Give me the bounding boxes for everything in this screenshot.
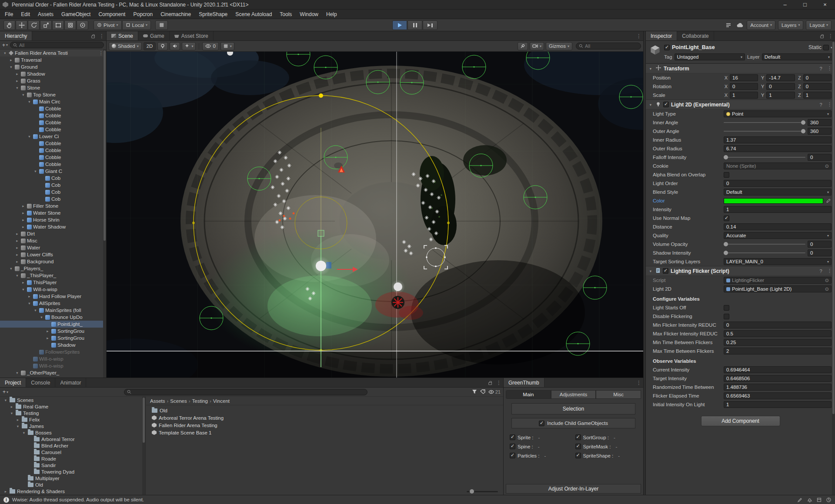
hierarchy-item[interactable]: ▾ Bounce UpDo bbox=[0, 314, 106, 321]
expand-arrow[interactable]: ▸ bbox=[15, 72, 20, 76]
menu-item[interactable]: Window bbox=[296, 10, 322, 19]
expand-arrow[interactable]: ▾ bbox=[33, 308, 38, 312]
shadow-intensity-field[interactable]: 0 bbox=[808, 249, 832, 256]
target-sorting-layers-dropdown[interactable]: LAYER_MAIN_0▾ bbox=[724, 258, 832, 265]
hierarchy-item[interactable]: Cobble bbox=[0, 154, 106, 161]
help-icon[interactable]: ? bbox=[818, 269, 824, 274]
hierarchy-item[interactable]: Cob bbox=[0, 189, 106, 196]
project-tab[interactable]: Project bbox=[0, 378, 26, 387]
menu-item[interactable]: Assets bbox=[34, 10, 57, 19]
expand-arrow[interactable]: ▸ bbox=[9, 58, 13, 62]
hierarchy-item[interactable]: Cob bbox=[0, 182, 106, 189]
hidden-packages-count[interactable]: 21 bbox=[488, 389, 501, 395]
menu-item[interactable]: Component bbox=[94, 10, 129, 19]
inspector-tab[interactable]: Collaborate bbox=[677, 31, 714, 40]
status-message[interactable]: Wwise: Audio thread suspended. Audio out… bbox=[12, 497, 144, 502]
inner-radius-field[interactable]: 1.37 bbox=[724, 136, 832, 143]
expand-arrow[interactable]: ▸ bbox=[21, 280, 26, 285]
search-by-label-icon[interactable] bbox=[480, 389, 485, 395]
hierarchy-item[interactable]: ▾ _Players_ bbox=[0, 265, 106, 272]
light2d-object-field[interactable]: PointLight_Base (Light 2D)⊙ bbox=[724, 285, 832, 292]
hierarchy-item[interactable]: PointLight_ bbox=[0, 321, 106, 328]
menu-item[interactable]: SpriteShape bbox=[195, 10, 231, 19]
hierarchy-item[interactable]: ▸ Dirt bbox=[0, 230, 106, 237]
tab-hierarchy[interactable]: Hierarchy bbox=[0, 31, 32, 40]
expand-arrow[interactable]: ▾ bbox=[21, 287, 26, 292]
inspector-tab[interactable]: Inspector bbox=[646, 31, 677, 40]
scale-tool-button[interactable] bbox=[40, 20, 52, 30]
z-field[interactable]: 0 bbox=[803, 74, 832, 81]
light-starts-off-checkbox[interactable] bbox=[724, 305, 729, 311]
draw-mode-dropdown[interactable]: Shaded▾ bbox=[109, 42, 142, 50]
asset-item[interactable]: Arboreal Terror Arena Testing bbox=[146, 414, 503, 421]
blend-style-dropdown[interactable]: Default▾ bbox=[724, 189, 832, 196]
project-folder[interactable]: ▾ Scenes bbox=[0, 397, 145, 403]
hierarchy-item[interactable]: ▾ Lower Ci bbox=[0, 133, 106, 140]
menu-item[interactable]: File bbox=[1, 10, 17, 19]
y-field[interactable]: 0 bbox=[766, 83, 795, 90]
expand-arrow[interactable]: ▾ bbox=[21, 93, 26, 97]
hierarchy-item[interactable]: ▾ _OtherPlayer_ bbox=[0, 369, 106, 376]
hierarchy-item[interactable]: ▸ ThisPlayer bbox=[0, 279, 106, 286]
script-object-field[interactable]: LightingFlicker⊙ bbox=[724, 277, 832, 284]
step-button[interactable] bbox=[423, 20, 438, 30]
z-field[interactable]: 1 bbox=[803, 92, 832, 99]
toggle-checkbox[interactable] bbox=[575, 444, 581, 449]
current-intensity-field[interactable]: 0.6946464 bbox=[724, 366, 832, 373]
move-tool-button[interactable] bbox=[16, 20, 27, 30]
scene-lighting-toggle[interactable] bbox=[157, 42, 168, 50]
hierarchy-item[interactable]: ▸ Grass bbox=[0, 77, 106, 84]
project-folder[interactable]: Arboreal Terror bbox=[0, 436, 145, 442]
project-folder[interactable]: ▾ James bbox=[0, 423, 145, 429]
expand-arrow[interactable]: ▾ bbox=[16, 424, 20, 428]
project-tab[interactable]: Animator bbox=[55, 378, 86, 387]
status-package-icon[interactable] bbox=[816, 497, 822, 503]
hierarchy-item[interactable]: ▾ MainSprites (foll bbox=[0, 307, 106, 314]
layers-dropdown[interactable]: Layers▾ bbox=[778, 20, 804, 30]
effects-dropdown[interactable]: ▾ bbox=[182, 42, 196, 50]
outer-angle-slider[interactable] bbox=[724, 131, 805, 132]
component-enabled-checkbox[interactable] bbox=[663, 102, 669, 107]
pause-button[interactable] bbox=[407, 20, 422, 30]
create-asset-button[interactable]: +▾ bbox=[3, 389, 8, 395]
greenthumb-tab[interactable]: Adjustments bbox=[551, 390, 596, 399]
inner-angle-field[interactable]: 360 bbox=[808, 119, 832, 126]
maximize-button[interactable]: □ bbox=[795, 0, 815, 9]
status-paint-icon[interactable] bbox=[797, 497, 803, 503]
breadcrumb-item[interactable]: Assets bbox=[150, 398, 168, 404]
hierarchy-item[interactable]: Will-o-wisp bbox=[0, 362, 106, 369]
tab-greenthumb[interactable]: GreenThumb bbox=[504, 378, 544, 387]
hierarchy-item[interactable]: ▸ Filler Stone bbox=[0, 202, 106, 209]
expand-arrow[interactable]: ▾ bbox=[15, 371, 20, 375]
expand-arrow[interactable]: ▾ bbox=[27, 301, 32, 305]
hierarchy-item[interactable]: Cobble bbox=[0, 147, 106, 154]
gizmos-dropdown[interactable]: Gizmos▾ bbox=[546, 42, 572, 50]
toggle-checkbox[interactable] bbox=[510, 434, 515, 440]
expand-arrow[interactable]: ▾ bbox=[9, 65, 13, 69]
expand-arrow[interactable]: ▸ bbox=[21, 225, 26, 229]
min-flicker-field[interactable]: 0 bbox=[724, 322, 832, 328]
hierarchy-item[interactable]: ▾ Fallen Rider Arena Testi bbox=[0, 50, 106, 56]
component-enabled-checkbox[interactable] bbox=[663, 268, 668, 274]
hierarchy-item[interactable]: FollowerSprites bbox=[0, 348, 106, 355]
hierarchy-item[interactable]: ▸ Hard Follow Player bbox=[0, 293, 106, 300]
toggle-checkbox[interactable] bbox=[510, 453, 515, 458]
greenthumb-tab[interactable]: Main bbox=[506, 390, 551, 399]
hierarchy-item[interactable]: ▾ Will-o-wisp bbox=[0, 286, 106, 293]
outer-angle-field[interactable]: 360 bbox=[808, 128, 832, 135]
expand-arrow[interactable]: ▾ bbox=[3, 51, 7, 55]
project-folder[interactable]: ▾ Bosses bbox=[0, 429, 145, 436]
falloff-intensity-field[interactable]: 0 bbox=[808, 154, 832, 161]
hierarchy-item[interactable]: ▸ Water bbox=[0, 244, 106, 251]
foldout-icon[interactable]: ▾ bbox=[648, 103, 653, 107]
hierarchy-item[interactable]: ▸ Shadow bbox=[0, 70, 106, 77]
x-field[interactable]: 16 bbox=[730, 74, 758, 81]
asset-item[interactable]: Template Scene Base 1 bbox=[146, 429, 503, 436]
expand-arrow[interactable]: ▸ bbox=[15, 79, 20, 83]
project-folder[interactable]: Old bbox=[0, 481, 145, 488]
project-folder[interactable]: Carousel bbox=[0, 449, 145, 455]
toggle-row[interactable]: Spine : - bbox=[510, 442, 572, 451]
x-field[interactable]: 0 bbox=[730, 83, 758, 90]
project-folder[interactable]: Towering Dyad bbox=[0, 468, 145, 475]
hierarchy-item[interactable]: ▸ Water Shadow bbox=[0, 223, 106, 230]
